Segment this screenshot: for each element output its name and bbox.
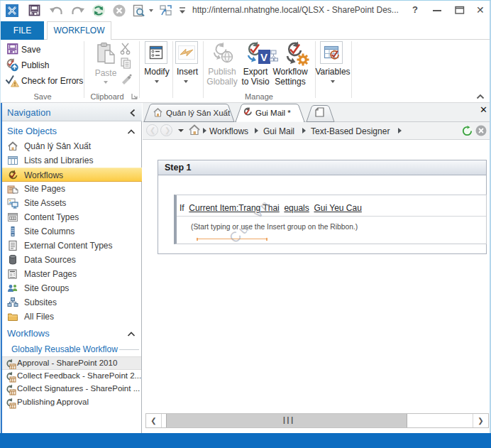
svg-text:V: V xyxy=(260,51,267,63)
svg-text:Quản lý Sản Xuất: Quản lý Sản Xuất xyxy=(166,109,231,117)
svg-text:Gui Mail *: Gui Mail * xyxy=(255,109,291,117)
